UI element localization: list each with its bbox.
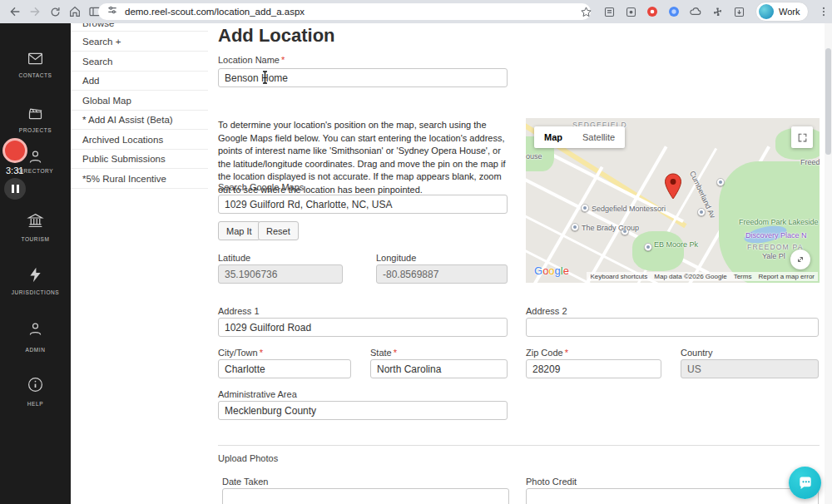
menu-item-search-plus[interactable]: Search + <box>71 32 208 52</box>
keyboard-shortcuts-link[interactable]: Keyboard shortcuts <box>590 273 647 280</box>
bookmark-star-icon[interactable] <box>576 2 596 22</box>
cloud-extension-icon[interactable] <box>686 2 706 22</box>
reading-list-icon[interactable] <box>599 2 619 22</box>
admin-area-input[interactable] <box>218 401 508 420</box>
map-label: Freedo <box>800 158 820 166</box>
envelope-icon[interactable] <box>27 50 44 67</box>
home-icon[interactable] <box>65 2 85 22</box>
reload-icon[interactable] <box>45 2 65 22</box>
state-label: State* <box>370 348 397 358</box>
map-label: Yale Pl <box>762 252 785 260</box>
info-circle-icon[interactable] <box>27 376 44 393</box>
admin-person-icon[interactable] <box>27 320 44 338</box>
fullscreen-icon[interactable] <box>791 126 813 148</box>
map-pin[interactable] <box>664 173 682 203</box>
sidebar-item-tourism[interactable]: TOURISM <box>0 236 71 242</box>
recording-timer: 3:31 <box>6 166 23 175</box>
report-error-link[interactable]: Report a map error <box>758 273 815 280</box>
poi-marker[interactable] <box>571 223 579 231</box>
location-name-label: Location Name* <box>218 55 285 65</box>
poi-marker[interactable] <box>644 243 652 251</box>
sidebar-item-admin[interactable]: ADMIN <box>0 347 71 353</box>
person-icon[interactable] <box>27 148 44 166</box>
url-bar[interactable]: demo.reel-scout.com/location_add_a.aspx <box>98 3 591 20</box>
terms-link[interactable]: Terms <box>734 273 752 280</box>
downloads-icon[interactable] <box>729 2 749 22</box>
poi-marker[interactable] <box>581 204 589 212</box>
address2-label: Address 2 <box>526 306 567 316</box>
scrollbar-thumb[interactable] <box>825 48 831 155</box>
date-taken-input[interactable] <box>222 488 509 504</box>
photo-credit-input[interactable] <box>526 488 819 504</box>
recording-pause-button[interactable] <box>4 178 26 200</box>
eb-moore-park-area <box>632 231 684 271</box>
sidebar-item-projects[interactable]: PROJECTS <box>0 127 71 133</box>
admin-area-label: Administrative Area <box>218 389 297 399</box>
sidebar-item-jurisdictions[interactable]: JURISDICTIONS <box>0 289 71 295</box>
map-label: EB Moore Pk <box>654 240 698 249</box>
map-label: ouse <box>526 152 542 161</box>
forward-icon[interactable] <box>25 2 45 22</box>
latitude-input[interactable] <box>218 264 343 284</box>
map-label: Sedgefield Montessori <box>592 205 666 213</box>
landmark-icon[interactable] <box>27 212 44 230</box>
menu-item-public-submissions[interactable]: Public Submissions <box>71 150 208 169</box>
longitude-input[interactable] <box>376 264 508 284</box>
google-logo[interactable]: Google <box>534 264 569 277</box>
sidebar-item-help[interactable]: HELP <box>0 401 71 407</box>
recording-stop-button[interactable] <box>2 138 27 163</box>
longitude-label: Longitude <box>376 253 416 263</box>
menu-item-browse[interactable]: Browse <box>71 23 208 32</box>
country-label: Country <box>681 348 713 358</box>
chat-widget-button[interactable] <box>789 467 821 499</box>
menu-item-search[interactable]: Search <box>71 52 208 72</box>
address1-input[interactable] <box>218 318 508 337</box>
menu-item-rural-incentive[interactable]: *5% Rural Incentive <box>71 169 208 189</box>
site-settings-icon[interactable] <box>106 4 118 19</box>
extensions-puzzle-icon[interactable] <box>707 2 727 22</box>
map-view-button[interactable]: Map <box>534 126 572 148</box>
menu-item-ai-assist[interactable]: * Add AI Assist (Beta) <box>71 111 208 130</box>
back-icon[interactable] <box>5 2 25 22</box>
browser-menu-icon[interactable] <box>814 2 832 22</box>
sidebar-item-contacts[interactable]: CONTACTS <box>0 72 71 78</box>
menu-item-archived-locations[interactable]: Archived Locations <box>71 130 208 150</box>
address2-input[interactable] <box>526 318 819 337</box>
url-text[interactable]: demo.reel-scout.com/location_add_a.aspx <box>125 7 305 17</box>
page-title: Add Location <box>218 25 335 47</box>
browser-toolbar: demo.reel-scout.com/location_add_a.aspx <box>0 0 832 23</box>
city-input[interactable] <box>218 359 351 378</box>
blue-extension-icon[interactable] <box>664 2 684 22</box>
zip-label: Zip Code* <box>526 348 568 358</box>
map-label: The Brady Group <box>582 224 639 232</box>
reset-button[interactable]: Reset <box>258 221 299 240</box>
record-extension-icon[interactable] <box>642 2 662 22</box>
address1-label: Address 1 <box>218 306 260 316</box>
map-type-control: Map Satellite <box>534 126 625 148</box>
section-divider <box>218 445 820 446</box>
map-label: Discovery Place N <box>745 231 807 240</box>
profile-chip[interactable]: Work <box>755 2 809 22</box>
menu-item-add[interactable]: Add <box>71 72 208 91</box>
satellite-view-button[interactable]: Satellite <box>572 126 625 148</box>
extension-box-icon[interactable] <box>621 2 641 22</box>
city-label: City/Town* <box>218 348 263 358</box>
google-map[interactable]: SEDGEFIELD ouse Freedo Sedgefield Montes… <box>526 118 820 283</box>
text-cursor <box>261 71 269 87</box>
page-scrollbar[interactable] <box>825 23 832 504</box>
map-it-button[interactable]: Map It <box>218 221 260 240</box>
map-data-text: Map data ©2026 Google <box>654 273 726 280</box>
screen: demo.reel-scout.com/location_add_a.aspx <box>0 0 832 504</box>
zip-input[interactable] <box>526 359 661 378</box>
country-input[interactable] <box>681 359 819 378</box>
state-input[interactable] <box>370 359 508 378</box>
clapperboard-icon[interactable] <box>27 105 44 122</box>
lightning-icon[interactable] <box>27 266 44 284</box>
menu-item-global-map[interactable]: Global Map <box>71 91 208 111</box>
poi-marker[interactable] <box>716 178 725 186</box>
map-attribution: Keyboard shortcuts Map data ©2026 Google… <box>587 272 818 281</box>
avatar <box>759 4 774 19</box>
pan-control-icon[interactable] <box>790 250 810 269</box>
search-maps-input[interactable] <box>218 195 508 214</box>
search-maps-label: Search Google Maps <box>218 182 304 192</box>
